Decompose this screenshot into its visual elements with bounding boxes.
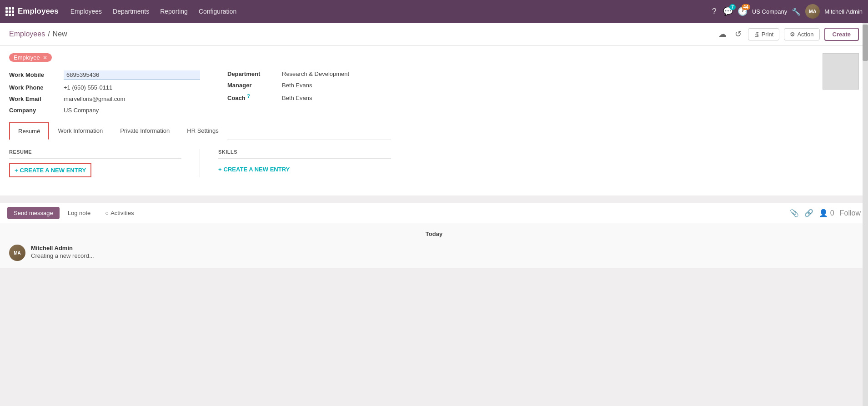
breadcrumb-bar: Employees / New ☁ ↺ 🖨 Print ⚙ Action Cre… [0,23,868,46]
action-button[interactable]: ⚙ Action [784,28,819,40]
message-text: Creating a new record... [31,252,94,259]
help-icon[interactable]: ? [710,5,718,18]
skills-section-label: SKILLS [218,149,391,159]
nav-right: ? 💬 7 🕐 44 US Company 🔧 MA Mitchell Admi… [710,4,863,19]
chatter-bar: Send message Log note ○ Activities 📎 🔗 👤… [0,203,868,268]
message-author: Mitchell Admin [31,245,94,251]
work-mobile-row: Work Mobile [9,68,200,82]
user-name[interactable]: Mitchell Admin [824,8,863,15]
scrollbar-thumb[interactable] [863,25,868,61]
message-row: MA Mitchell Admin Creating a new record.… [9,245,859,261]
followers-count: 👤 0 [819,209,834,217]
chatter-right-icons: 📎 🔗 👤 0 Follow [790,209,861,217]
print-icon: 🖨 [754,31,760,38]
work-phone-row: Work Phone +1 (650) 555-0111 [9,82,200,93]
breadcrumb-current: New [53,30,67,38]
app-logo[interactable]: Employees [5,7,59,16]
menu-item-employees[interactable]: Employees [66,6,106,17]
tab-content-resume: RESUME + CREATE A NEW ENTRY SKILLS [9,140,391,186]
work-phone-value: +1 (650) 555-0111 [64,84,112,91]
tab-work-information[interactable]: Work Information [49,122,111,140]
department-label: Department [227,70,282,77]
work-email-label: Work Email [9,95,64,102]
follow-button[interactable]: Follow [840,209,861,217]
main-content: Employee ✕ Work Mobile [0,46,868,268]
settings-icon[interactable]: 🔧 [792,7,801,16]
work-mobile-input-wrapper [64,70,200,80]
company-value: US Company [64,107,99,114]
plus-icon: + [15,167,18,174]
top-navigation: Employees Employees Departments Reportin… [0,0,868,23]
alerts-badge: 44 [742,4,750,10]
work-mobile-label: Work Mobile [9,71,64,78]
resume-column: RESUME + CREATE A NEW ENTRY [9,149,200,177]
coach-value: Beth Evans [282,95,312,101]
messages-button[interactable]: 💬 7 [723,6,733,16]
grid-icon [5,7,14,16]
tab-resume[interactable]: Resumé [9,122,49,140]
message-avatar: MA [9,245,25,261]
resume-section-label: RESUME [9,149,181,159]
activities-icon: ○ [105,210,109,216]
chatter-tabs: Send message Log note ○ Activities 📎 🔗 👤… [0,203,868,223]
tabs-container: Resumé Work Information Private Informat… [9,122,391,140]
alerts-button[interactable]: 🕐 44 [738,6,748,16]
work-phone-label: Work Phone [9,84,64,91]
breadcrumb-separator: / [48,30,50,38]
create-button[interactable]: Create [824,28,859,41]
department-value: Research & Development [282,70,349,77]
app-name: Employees [18,7,59,16]
scrollbar[interactable] [863,23,868,268]
coach-row: Coach ? Beth Evans [227,91,391,104]
form-wrapper: Employee ✕ Work Mobile [0,46,868,268]
breadcrumb: Employees / New [9,30,67,38]
form-fields: Work Mobile Work Phone +1 (650) 555-0111 [9,68,391,116]
today-divider: Today [9,231,859,237]
form-card: Employee ✕ Work Mobile [0,46,868,195]
employee-tag: Employee ✕ [9,53,52,62]
activities-button[interactable]: ○ Activities [99,207,140,219]
company-row: Company US Company [9,105,200,116]
gear-icon: ⚙ [790,31,795,38]
manager-label: Manager [227,82,282,89]
manager-row: Manager Beth Evans [227,80,391,91]
chatter-body: Today MA Mitchell Admin Creating a new r… [0,223,868,268]
tab-private-information[interactable]: Private Information [111,122,178,140]
print-button[interactable]: 🖨 Print [748,28,780,40]
work-email-row: Work Email marvelloris@gmail.com [9,93,200,105]
send-message-button[interactable]: Send message [7,207,60,219]
company-label: Company [9,107,64,114]
menu-item-configuration[interactable]: Configuration [194,6,241,17]
manager-value: Beth Evans [282,82,312,89]
attachment-icon[interactable]: 📎 [790,209,799,217]
main-menu: Employees Departments Reporting Configur… [66,6,710,17]
follower-icon: 👤 [819,209,828,217]
breadcrumb-parent[interactable]: Employees [9,30,45,38]
tag-label: Employee [14,54,40,61]
skills-column: SKILLS + CREATE A NEW ENTRY [200,149,391,177]
breadcrumb-actions: ☁ ↺ 🖨 Print ⚙ Action Create [717,27,859,41]
tab-hr-settings[interactable]: HR Settings [178,122,227,140]
menu-item-reporting[interactable]: Reporting [156,6,192,17]
skills-plus-icon: + [218,166,222,173]
avatar[interactable]: MA [805,4,820,19]
skills-create-entry-button[interactable]: + CREATE A NEW ENTRY [218,163,290,175]
upload-icon[interactable]: ☁ [717,27,728,41]
message-content: Mitchell Admin Creating a new record... [31,245,94,259]
paperclip-icon[interactable]: 🔗 [804,209,813,217]
coach-label: Coach ? [227,93,282,101]
department-row: Department Research & Development [227,68,391,80]
employee-photo[interactable] [823,53,859,90]
resume-create-entry-button[interactable]: + CREATE A NEW ENTRY [9,163,91,177]
work-mobile-input[interactable] [64,70,200,80]
log-note-button[interactable]: Log note [61,207,97,219]
messages-badge: 7 [729,4,736,10]
tag-close-icon[interactable]: ✕ [43,55,47,61]
refresh-icon[interactable]: ↺ [733,27,743,41]
work-email-value: marvelloris@gmail.com [64,95,125,102]
resume-skills-section: RESUME + CREATE A NEW ENTRY SKILLS [9,149,391,177]
menu-item-departments[interactable]: Departments [108,6,154,17]
company-name[interactable]: US Company [752,8,787,15]
